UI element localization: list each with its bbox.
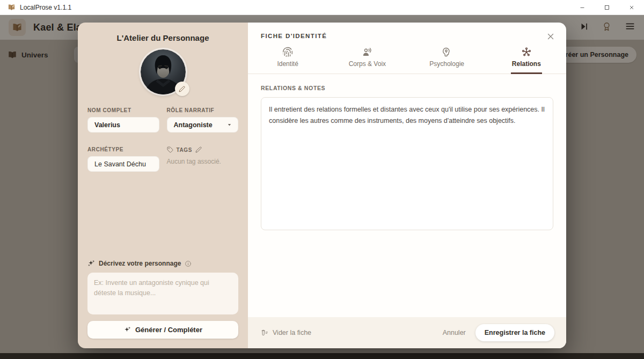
minimize-icon[interactable]: [570, 0, 595, 14]
tab-relations-label: Relations: [512, 60, 541, 68]
tab-corps-voix[interactable]: Corps & Voix: [327, 47, 407, 74]
identity-sheet-panel: FICHE D'IDENTITÉ Identité: [248, 23, 566, 348]
field-role: RÔLE NARRATIF Antagoniste: [167, 107, 239, 133]
window-title: LocalProse v1.1.1: [20, 4, 71, 11]
role-select[interactable]: Antagoniste: [167, 117, 239, 133]
sheet-footer: Vider la fiche Annuler Enregistrer la fi…: [248, 317, 566, 348]
relations-notes-textarea[interactable]: Il entretient des relations formelles et…: [261, 97, 553, 230]
network-icon: [521, 47, 532, 57]
clear-sheet-label: Vider la fiche: [273, 329, 311, 336]
tab-identite[interactable]: Identité: [248, 47, 327, 74]
voice-icon: [362, 47, 372, 57]
workshop-title: L'Atelier du Personnage: [87, 33, 238, 42]
tab-relations[interactable]: Relations: [487, 47, 566, 74]
tab-corps-voix-label: Corps & Voix: [349, 60, 386, 68]
archetype-input[interactable]: [87, 156, 159, 172]
generate-button-label: Générer / Compléter: [135, 326, 202, 334]
role-select-value: Antagoniste: [174, 121, 213, 129]
edit-tags-icon[interactable]: [195, 146, 202, 153]
tags-label: TAGS: [177, 147, 192, 153]
role-label: RÔLE NARRATIF: [167, 107, 239, 113]
trash-icon: [261, 329, 268, 336]
sparkles-icon: [123, 326, 131, 334]
field-archetype: ARCHÉTYPE: [87, 146, 159, 172]
clear-sheet-button[interactable]: Vider la fiche: [261, 329, 311, 336]
ai-describe-label: Décrivez votre personnage: [99, 260, 181, 267]
edit-avatar-button[interactable]: [175, 82, 189, 96]
active-tab-underline: [511, 72, 542, 74]
tab-psychologie[interactable]: Psychologie: [407, 47, 487, 74]
archetype-label: ARCHÉTYPE: [87, 146, 159, 152]
character-workshop-modal: L'Atelier du Personnage: [78, 23, 566, 348]
app-logo-icon: [8, 3, 16, 11]
name-input[interactable]: [87, 117, 159, 133]
workshop-panel: L'Atelier du Personnage: [78, 23, 248, 348]
close-window-icon[interactable]: [619, 0, 644, 14]
field-tags: TAGS Aucun tag associé.: [167, 146, 239, 172]
generate-button[interactable]: Générer / Compléter: [87, 321, 238, 339]
relations-section-label: RELATIONS & NOTES: [261, 85, 553, 91]
maximize-icon[interactable]: [595, 0, 619, 14]
psychology-head-icon: [442, 47, 452, 57]
info-icon[interactable]: [185, 260, 192, 267]
sparkles-icon: [87, 260, 95, 267]
sheet-tabs: Identité Corps & Voix Psychologie: [248, 47, 566, 74]
save-sheet-button[interactable]: Enregistrer la fiche: [475, 324, 554, 341]
fingerprint-icon: [282, 47, 293, 57]
field-name: NOM COMPLET: [87, 107, 159, 133]
tab-identite-label: Identité: [277, 60, 298, 68]
window-titlebar: LocalProse v1.1.1: [0, 0, 644, 15]
cancel-button[interactable]: Annuler: [443, 329, 466, 336]
ai-prompt-textarea[interactable]: [87, 273, 238, 314]
tags-empty-text: Aucun tag associé.: [167, 158, 239, 165]
sheet-title: FICHE D'IDENTITÉ: [261, 33, 327, 39]
tag-icon: [167, 146, 173, 153]
name-label: NOM COMPLET: [87, 107, 159, 113]
chevron-down-icon: [226, 121, 233, 128]
tab-psychologie-label: Psychologie: [429, 60, 464, 68]
close-modal-icon[interactable]: [546, 32, 555, 41]
